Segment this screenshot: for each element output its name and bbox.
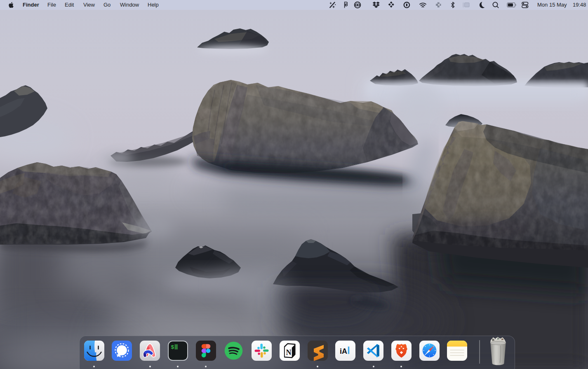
svg-text:iA: iA bbox=[340, 347, 347, 355]
svg-text:N: N bbox=[286, 348, 291, 357]
svg-text:$: $ bbox=[171, 344, 174, 350]
